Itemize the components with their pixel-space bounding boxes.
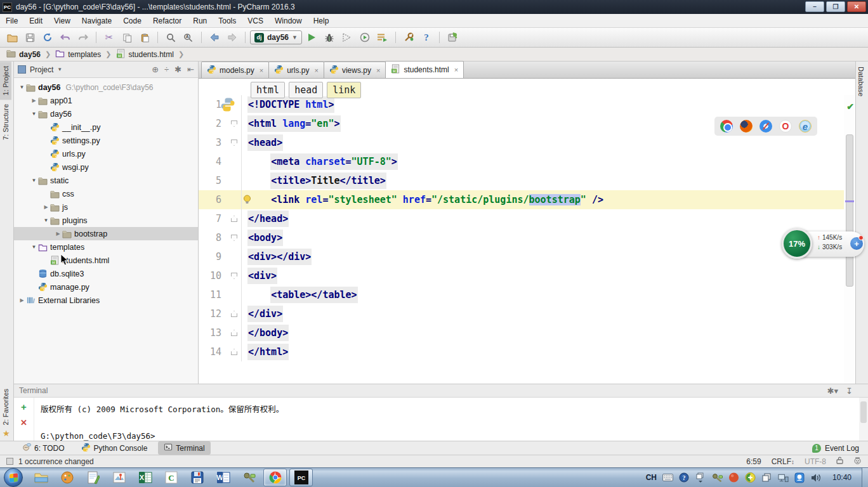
tree-item-bootstrap[interactable]: ▶bootstrap [14,227,198,240]
net-percent-badge[interactable]: 17% [782,228,812,259]
expand-arrow-icon[interactable]: ▼ [18,84,26,90]
menu-window[interactable]: Window [269,15,308,27]
scrollbar-thumb[interactable] [846,134,853,287]
code-line-10[interactable]: 10<div> [199,266,844,285]
tree-item-js[interactable]: ▶js [14,200,198,214]
code-line-7[interactable]: 7</head> [199,209,844,228]
editor-content[interactable]: htmlheadlink 1<!DOCTYPE html>2<html lang… [199,79,855,384]
code-line-6[interactable]: 6 <link rel="stylesheet" href="/static/p… [199,190,844,209]
expand-arrow-icon[interactable]: ▼ [42,218,50,223]
tray-help-icon[interactable]: ? [679,472,690,483]
toolwindow-tab-terminal[interactable]: Terminal [158,441,210,455]
profile-button[interactable] [357,30,373,45]
terminal-scrollbar[interactable] [859,398,868,441]
taskbar-viewer-button[interactable] [107,469,131,486]
undo-button[interactable] [57,30,74,45]
editor-tab-students-html[interactable]: Hstudents.html× [385,61,464,78]
collapse-arrow-icon[interactable]: ▶ [30,98,38,103]
menu-vcs[interactable]: VCS [242,15,269,27]
tree-item-app01[interactable]: ▶app01 [14,94,198,107]
clock[interactable]: 10:40 [827,473,857,482]
code-line-3[interactable]: 3<head> [199,133,844,152]
firefox-browser-icon[interactable] [740,120,753,133]
menu-edit[interactable]: Edit [23,15,48,27]
open-folder-button[interactable] [4,30,20,45]
menu-tools[interactable]: Tools [213,15,242,27]
tree-item-manage-py[interactable]: manage.py [14,280,198,294]
tray-keyboard-icon[interactable] [662,472,673,483]
collapse-arrow-icon[interactable]: ▶ [18,297,26,303]
menu-run[interactable]: Run [187,15,213,27]
tray-shield-icon[interactable] [745,472,756,483]
copy-button[interactable] [119,30,135,45]
fold-marker[interactable] [231,330,237,336]
encoding-indicator[interactable]: UTF-8 [805,457,826,466]
paste-button[interactable] [136,30,153,45]
tree-item-day56[interactable]: ▼day56G:\python_code\F3\day56 [14,81,198,94]
tool-tab-structure[interactable]: 7: Structure [0,100,11,145]
terminal-scrollbar-thumb[interactable] [860,401,867,423]
replace-button[interactable]: A [180,30,197,45]
fold-marker[interactable] [231,349,237,355]
close-tab-icon[interactable]: × [314,67,318,74]
breadcrumb-students-html[interactable]: Hstudents.html [115,49,175,60]
menu-code[interactable]: Code [117,15,147,27]
taskbar-notepad-button[interactable] [81,469,105,486]
run-configuration-select[interactable]: djday56▼ [250,30,302,44]
restore-button[interactable]: ❐ [826,1,845,12]
collapse-arrow-icon[interactable]: ▶ [54,231,62,237]
debug-button[interactable] [321,30,338,45]
tool-tab-favorites[interactable]: 2: Favorites [0,384,11,429]
editor-tab-views-py[interactable]: views.py× [324,62,386,78]
run-manage-task-button[interactable] [374,30,391,45]
breadcrumb-day56[interactable]: day56 [5,49,42,60]
tree-item-urls-py[interactable]: urls.py [14,147,198,160]
menu-navigate[interactable]: Navigate [76,15,117,27]
ie-browser-icon[interactable]: e [799,120,812,133]
toolwindow-tab-python-console[interactable]: Python Console [76,441,154,455]
taskbar-excel-button[interactable]: X [133,469,157,486]
help-button[interactable]: ? [418,30,435,45]
taskbar-save-button[interactable] [185,469,209,486]
taskbar-chrome-button[interactable] [263,469,287,486]
menu-help[interactable]: Help [308,15,335,27]
fold-marker[interactable] [231,273,237,279]
tag-chip-html[interactable]: html [251,82,285,98]
intention-bulb-icon[interactable] [243,195,251,204]
opera-browser-icon[interactable]: O [779,120,792,133]
tree-item-external-libraries[interactable]: ▶External Libraries [14,294,198,307]
fold-marker[interactable] [231,140,237,146]
tree-item-students-html[interactable]: Hstudents.html [14,254,198,267]
close-tab-icon[interactable]: × [454,66,458,74]
fold-marker[interactable] [231,120,237,127]
close-button[interactable]: ✕ [847,1,866,12]
taskbar-word-button[interactable]: W [211,469,235,486]
terminal-settings-icon[interactable]: ✱▾ [827,386,838,396]
run-button[interactable] [303,30,320,45]
hector-inspector-icon[interactable] [853,457,862,467]
tree-item-plugins[interactable]: ▼plugins [14,214,198,227]
code-line-11[interactable]: 11 <table></table> [199,285,844,304]
tree-item-templates[interactable]: ▼templates [14,240,198,254]
taskbar-palette-button[interactable] [55,469,79,486]
tag-chip-head[interactable]: head [289,82,323,98]
synchronize-button[interactable] [39,30,56,45]
close-session-button[interactable]: ✕ [20,418,27,427]
tray-volume-icon[interactable] [811,472,822,483]
code-line-14[interactable]: 14</html> [199,342,844,361]
save-all-button[interactable] [22,30,38,45]
forward-button[interactable] [224,30,240,45]
code-line-9[interactable]: 9<div></div> [199,247,844,266]
editor-tab-urls-py[interactable]: urls.py× [268,62,324,78]
safari-browser-icon[interactable] [760,120,772,133]
run-with-coverage-button[interactable] [339,30,355,45]
tree-item-static[interactable]: ▼static [14,174,198,187]
panel-settings-icon[interactable]: ✱ [174,65,181,74]
tray-network-icon[interactable] [778,472,789,483]
expand-arrow-icon[interactable]: ▼ [30,178,38,183]
hide-panel-icon[interactable]: ⇤ [187,65,194,74]
minimize-button[interactable]: – [805,1,824,12]
tray-red-dot-icon[interactable] [728,472,739,483]
tray-stack-icon[interactable] [761,472,772,483]
close-tab-icon[interactable]: × [260,67,263,74]
